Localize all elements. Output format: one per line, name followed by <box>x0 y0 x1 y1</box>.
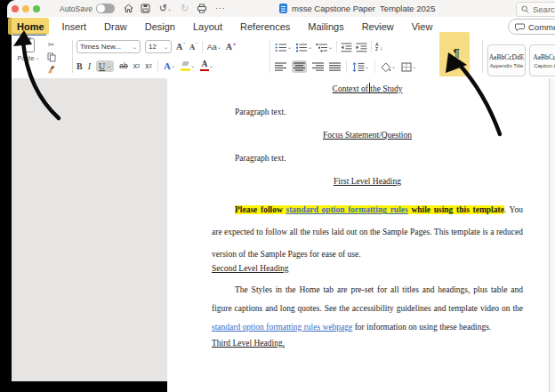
sort-az-icon: AZ <box>375 43 379 52</box>
multilevel-list-button[interactable]: ⌄ <box>316 43 333 52</box>
align-right-icon <box>312 62 324 71</box>
strikethrough-button[interactable]: ab <box>119 61 127 70</box>
align-left-button[interactable] <box>275 62 286 71</box>
save-icon[interactable] <box>141 4 151 14</box>
format-painter-icon <box>46 65 56 74</box>
tab-draw[interactable]: Draw <box>95 21 136 32</box>
justify-icon <box>329 62 341 71</box>
underline-button[interactable]: U ⌄ <box>96 60 114 72</box>
tab-mailings[interactable]: Mailings <box>299 21 352 32</box>
format-painter-button[interactable] <box>46 64 56 75</box>
doc-heading-second-level: Second Level Heading <box>212 263 523 274</box>
window-right-border <box>549 78 550 392</box>
align-center-button[interactable] <box>292 60 307 73</box>
cut-button[interactable]: ✂ <box>46 39 56 50</box>
home-icon[interactable] <box>124 4 134 14</box>
tab-layout[interactable]: Layout <box>184 21 231 32</box>
chevron-down-icon: ⌄ <box>133 44 137 50</box>
doc-paragraph-placeholder-1: Paragraph text. <box>212 107 523 117</box>
borders-icon <box>401 62 412 72</box>
show-paragraph-marks-button[interactable]: ¶ <box>446 43 467 62</box>
paste-label: Paste <box>17 54 34 62</box>
arrow-down-icon: ↓ <box>380 44 383 51</box>
window-titlebar: AutoSave ↺ ⌄ ↻ ··· msse Capstone Paper T… <box>7 0 555 18</box>
hyperlink-formatting-rules[interactable]: standard option formatting rules <box>286 205 408 214</box>
doc-paragraph-styles: The Styles in the Home tab are pre-set f… <box>212 281 523 337</box>
chevron-down-icon: ⌄ <box>412 64 416 69</box>
chevron-down-icon: ⌄ <box>190 63 195 68</box>
comments-button[interactable]: Comme <box>508 19 555 35</box>
superscript-button[interactable]: x2 <box>145 61 152 70</box>
highlighted-text: while using this template <box>408 205 504 214</box>
comments-label: Comme <box>528 22 555 32</box>
justify-button[interactable] <box>329 62 341 71</box>
shrink-font-button[interactable]: Aˇ <box>189 43 197 52</box>
align-right-button[interactable] <box>312 62 324 71</box>
chevron-down-icon: ⌄ <box>391 64 396 69</box>
font-size-select[interactable]: 12 ⌄ <box>145 40 172 53</box>
search-input[interactable]: Search <box>516 2 555 17</box>
tab-review[interactable]: Review <box>353 21 403 32</box>
grow-font-button[interactable]: Aˆ <box>176 42 185 52</box>
numbering-button[interactable]: ⌄ <box>295 43 312 52</box>
line-spacing-icon <box>352 62 365 72</box>
align-center-icon <box>294 62 305 71</box>
bullet-list-icon <box>275 43 287 52</box>
tab-insert[interactable]: Insert <box>53 21 96 32</box>
italic-button[interactable]: I <box>88 61 91 71</box>
increase-indent-button[interactable] <box>356 43 367 52</box>
search-icon <box>521 5 529 13</box>
fullscreen-button[interactable] <box>33 5 40 12</box>
redo-icon: ↻ <box>181 4 189 13</box>
highlight-color-button[interactable]: ⌄ <box>181 61 195 71</box>
decrease-indent-button[interactable] <box>341 43 352 52</box>
doc-paragraph-template-rules: Please follow standard option formatting… <box>212 199 523 266</box>
numbered-list-icon <box>295 43 308 52</box>
autosave-toggle[interactable] <box>96 4 115 13</box>
bullets-button[interactable]: ⌄ <box>275 43 292 52</box>
chevron-down-icon: ⌄ <box>167 6 172 12</box>
borders-button[interactable]: ⌄ <box>401 62 416 72</box>
bold-button[interactable]: B <box>76 61 83 71</box>
hyperlink-rules-webpage[interactable]: standard option formatting rules webpage <box>212 323 352 332</box>
chevron-down-icon: ⌄ <box>36 55 40 60</box>
undo-button[interactable]: ↺ ⌄ <box>157 4 173 14</box>
ribbon: Paste ⌄ ✂ Times New... ⌄ <box>12 36 555 79</box>
subscript-button[interactable]: x2 <box>133 61 141 70</box>
font-name-select[interactable]: Times New... ⌄ <box>76 40 141 53</box>
document-page[interactable]: Context of the Study Paragraph text. Foc… <box>167 78 555 392</box>
pilcrow-icon: ¶ <box>453 46 459 60</box>
autosave-label: AutoSave <box>60 4 92 13</box>
tab-design[interactable]: Design <box>136 21 184 32</box>
line-spacing-button[interactable]: ⌄ <box>352 62 369 72</box>
font-size-value: 12 <box>149 43 157 51</box>
more-options-button[interactable]: ··· <box>213 4 228 14</box>
minimize-button[interactable] <box>22 5 29 12</box>
paste-clipboard-icon <box>23 38 35 52</box>
style-card-appendix-title[interactable]: AaBbCcDdE Appendix Title <box>487 44 526 76</box>
redo-button[interactable]: ↻ <box>180 4 190 14</box>
tab-references[interactable]: References <box>231 21 299 32</box>
text-effects-button[interactable]: A ⌄ <box>164 60 175 71</box>
font-color-button[interactable]: A ⌄ <box>200 60 213 72</box>
tab-home[interactable]: Home <box>12 21 53 32</box>
print-icon[interactable] <box>197 4 207 14</box>
chevron-down-icon: ⌄ <box>308 44 312 50</box>
shading-button[interactable]: ⌄ <box>381 62 396 72</box>
tab-view[interactable]: View <box>403 21 442 32</box>
chevron-down-icon: ⌄ <box>217 44 221 50</box>
copy-button[interactable] <box>46 52 56 62</box>
close-button[interactable] <box>12 5 19 12</box>
highlight-color-swatch <box>181 68 190 71</box>
word-document-icon <box>279 4 287 13</box>
paste-button[interactable]: Paste ⌄ <box>15 38 42 62</box>
change-case-button[interactable]: Aa ⌄ <box>207 43 221 52</box>
doc-heading-third-level: Third Level Heading. <box>212 338 523 348</box>
style-card-caption[interactable]: AaBbCcDc Caption Abo <box>529 44 555 76</box>
sort-button[interactable]: AZ ↓ <box>375 43 382 52</box>
font-name-value: Times New... <box>80 43 121 51</box>
indent-icon <box>356 43 367 52</box>
clear-formatting-button[interactable]: A✦ <box>226 42 237 52</box>
doc-heading-first-level: First Level Heading <box>212 176 523 187</box>
multilevel-list-icon <box>316 43 328 52</box>
